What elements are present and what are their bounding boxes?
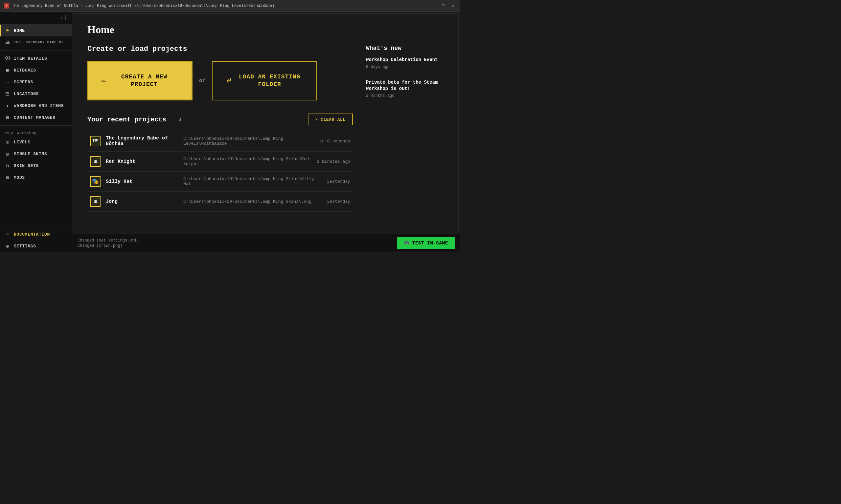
sidebar-item-home[interactable]: ⚑ Home <box>0 24 72 36</box>
or-label: or <box>199 78 205 84</box>
sidebar-item-content-manager[interactable]: ⊟ Content Manager <box>0 111 72 123</box>
content-wrapper: Create or load projects ✏ Create a new p… <box>87 45 445 212</box>
news-item-2: Private beta for the Steam Workshop is o… <box>366 79 445 103</box>
status-messages: Changed (set_settings.xml) Changed (crow… <box>78 238 139 248</box>
clear-all-label: Clear all <box>321 117 346 122</box>
project-name: Silly Hat <box>106 179 178 184</box>
content-left: Create or load projects ✏ Create a new p… <box>87 45 353 212</box>
whats-new-title: What's new <box>366 45 445 52</box>
news-item-time-1: 9 days ago <box>366 65 445 69</box>
sidebar-single-skins-label: Single Skins <box>14 151 47 157</box>
content-manager-icon: ⊟ <box>5 114 11 121</box>
project-actions: ✏ Create a new project or ⤶ Load an exis… <box>87 61 353 101</box>
titlebar: W The Legendary Babe of Nöthåa – Jump Ki… <box>0 0 460 12</box>
sidebar-item-settings[interactable]: ⚙ Settings <box>0 240 72 252</box>
maximize-button[interactable]: □ <box>440 3 447 9</box>
app-icon: W <box>4 3 9 8</box>
sidebar-item-project[interactable]: ⛰ The Legendary Babe of <box>0 36 72 48</box>
test-icon: 🎮 <box>404 240 410 246</box>
sidebar-item-mods[interactable]: ⊡ Mods <box>0 172 72 183</box>
item-details-icon: ⓘ <box>5 55 11 61</box>
minimize-button[interactable]: – <box>431 3 437 9</box>
divider-2 <box>0 125 72 126</box>
project-name: Jong <box>106 199 178 204</box>
content-outer: Home Create or load projects ✏ Create a … <box>72 12 460 252</box>
documentation-icon: ≡ <box>5 231 11 237</box>
project-icon-skin-set: ⊞ <box>90 156 101 167</box>
sidebar-item-single-skins[interactable]: ◎ Single Skins <box>0 148 72 160</box>
news-item-title-2: Private beta for the Steam Workshop is o… <box>366 79 445 92</box>
sidebar-levels-label: Levels <box>14 140 31 145</box>
wardrobe-icon: ✦ <box>5 103 11 109</box>
project-row[interactable]: ⊞ Jong C:\Users\phoenixx19\Documents\Jum… <box>87 192 353 212</box>
create-button-label: Create a new project <box>110 73 178 89</box>
skin-sets-icon: ⊟ <box>5 163 11 169</box>
status-msg-2: Changed (crown.png) <box>78 244 139 248</box>
sidebar-content-manager-label: Content Manager <box>14 115 55 120</box>
recent-title: Your recent projects <box>87 116 166 123</box>
home-icon: ⚑ <box>5 28 11 34</box>
sidebar-item-wardrobe[interactable]: ✦ Wardrobe and Items <box>0 100 72 111</box>
sidebar-hitboxes-label: Hitboxes <box>14 68 36 73</box>
load-icon: ⤶ <box>226 76 232 85</box>
close-button[interactable]: ✕ <box>449 3 456 9</box>
test-in-game-label: Test In-Game <box>412 240 448 246</box>
project-icon-skin-set-2: ⊞ <box>90 196 101 207</box>
create-new-project-button[interactable]: ✏ Create a new project <box>87 61 192 101</box>
recent-count: · 4 <box>172 117 182 123</box>
sidebar: ←| ⚑ Home ⛰ The Legendary Babe of ⓘ Item… <box>0 12 72 252</box>
mods-icon: ⊡ <box>5 175 11 180</box>
project-time: in 0 seconds <box>319 139 350 144</box>
project-path: C:\Users\phoenixx19\Documents\Jump King … <box>183 177 322 186</box>
project-list: 🗺 The Legendary Babe of Nöthåa C:\Users\… <box>87 131 353 212</box>
project-row[interactable]: ⊞ Red Knight C:\Users\phoenixx19\Documen… <box>87 151 353 172</box>
window-title: The Legendary Babe of Nöthåa – Jump King… <box>12 4 431 8</box>
recent-title-wrapper: Your recent projects · 4 <box>87 116 181 123</box>
sidebar-spacer <box>0 183 72 224</box>
project-row[interactable]: 🎭 Silly Hat C:\Users\phoenixx19\Document… <box>87 172 353 192</box>
single-skins-icon: ◎ <box>5 151 11 157</box>
project-row[interactable]: 🗺 The Legendary Babe of Nöthåa C:\Users\… <box>87 131 353 151</box>
clear-all-button[interactable]: ✕ Clear all <box>308 113 353 125</box>
window-controls: – □ ✕ <box>431 3 456 9</box>
settings-icon: ⚙ <box>5 243 11 249</box>
sidebar-item-home-label: Home <box>14 28 25 33</box>
sidebar-item-screens[interactable]: ▭ Screens <box>0 76 72 88</box>
recent-projects-header: Your recent projects · 4 ✕ Clear all <box>87 113 353 125</box>
project-name: Red Knight <box>106 159 178 164</box>
sidebar-skin-sets-label: Skin Sets <box>14 163 39 168</box>
whats-new-panel: What's new Workshop Celebration Event 9 … <box>359 45 445 212</box>
screens-icon: ▭ <box>5 79 11 85</box>
news-item-1: Workshop Celebration Event 9 days ago <box>366 57 445 74</box>
app-body: ←| ⚑ Home ⛰ The Legendary Babe of ⓘ Item… <box>0 12 460 252</box>
hitboxes-icon: ⊞ <box>5 67 11 73</box>
sidebar-item-skin-sets[interactable]: ⊟ Skin Sets <box>0 160 72 172</box>
sidebar-item-levels[interactable]: ◫ Levels <box>0 136 72 148</box>
divider-3 <box>0 226 72 227</box>
project-path: C:\Users\phoenixx19\Documents\Jump King … <box>183 157 312 166</box>
load-existing-folder-button[interactable]: ⤶ Load an existing folder <box>212 61 317 101</box>
sidebar-project-label: The Legendary Babe of <box>14 40 64 44</box>
create-section-title: Create or load projects <box>87 45 353 53</box>
divider-1 <box>0 50 72 51</box>
load-button-label: Load an existing folder <box>236 73 303 89</box>
workshop-section-label: Your Workshop <box>0 128 72 136</box>
clear-all-x-icon: ✕ <box>315 117 318 122</box>
status-bar: Changed (set_settings.xml) Changed (crow… <box>72 234 460 252</box>
sidebar-item-hitboxes[interactable]: ⊞ Hitboxes <box>0 64 72 76</box>
locations-icon: ☰ <box>5 91 11 97</box>
sidebar-item-locations[interactable]: ☰ Locations <box>0 88 72 100</box>
sidebar-item-documentation[interactable]: ≡ Documentation <box>0 228 72 240</box>
test-in-game-button[interactable]: 🎮 Test In-Game <box>397 237 455 249</box>
content-area: Home Create or load projects ✏ Create a … <box>73 13 459 232</box>
sidebar-item-item-details[interactable]: ⓘ Item Details <box>0 53 72 64</box>
project-time: yesterday <box>327 179 350 184</box>
sidebar-locations-label: Locations <box>14 92 39 96</box>
sidebar-screens-label: Screens <box>14 80 33 85</box>
project-time: 1 minutes ago <box>317 159 350 164</box>
sidebar-toggle[interactable]: ←| <box>0 12 72 24</box>
news-item-title-1: Workshop Celebration Event <box>366 57 445 63</box>
project-path: C:\Users\phoenixx19\Documents\Jump King … <box>183 199 322 204</box>
project-icon-skin: 🎭 <box>90 176 101 187</box>
page-title: Home <box>87 24 445 36</box>
